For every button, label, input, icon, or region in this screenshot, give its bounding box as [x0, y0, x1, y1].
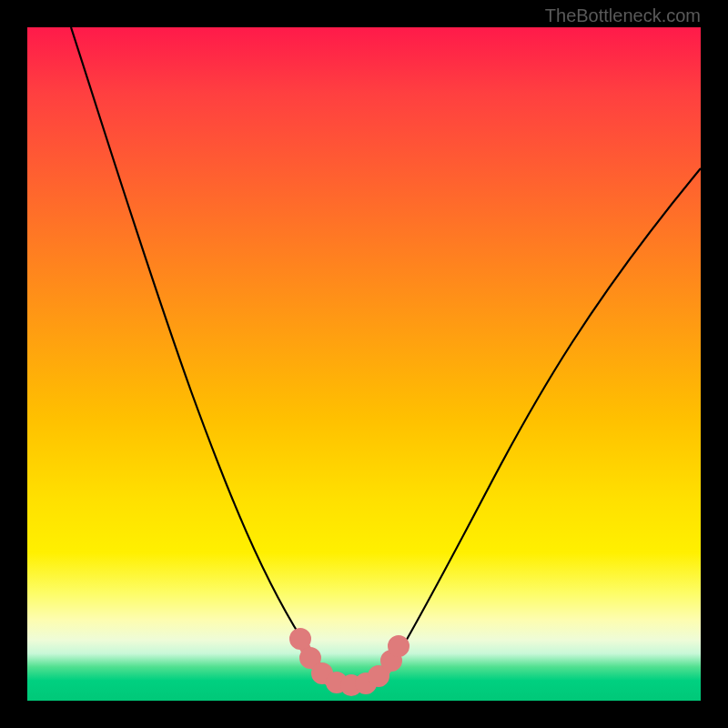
optimal-zone-highlight: [295, 633, 404, 691]
chart-plot-area: [27, 27, 701, 701]
svg-point-5: [360, 678, 371, 689]
svg-point-1: [305, 652, 316, 663]
svg-point-2: [317, 668, 328, 679]
svg-point-0: [295, 633, 306, 644]
chart-svg: [27, 27, 701, 701]
attribution-text: TheBottleneck.com: [545, 5, 701, 26]
svg-point-4: [346, 680, 357, 691]
svg-point-3: [331, 677, 342, 688]
svg-point-8: [393, 641, 404, 652]
svg-point-6: [373, 671, 384, 682]
svg-point-7: [386, 655, 397, 666]
bottleneck-curve: [71, 27, 701, 685]
